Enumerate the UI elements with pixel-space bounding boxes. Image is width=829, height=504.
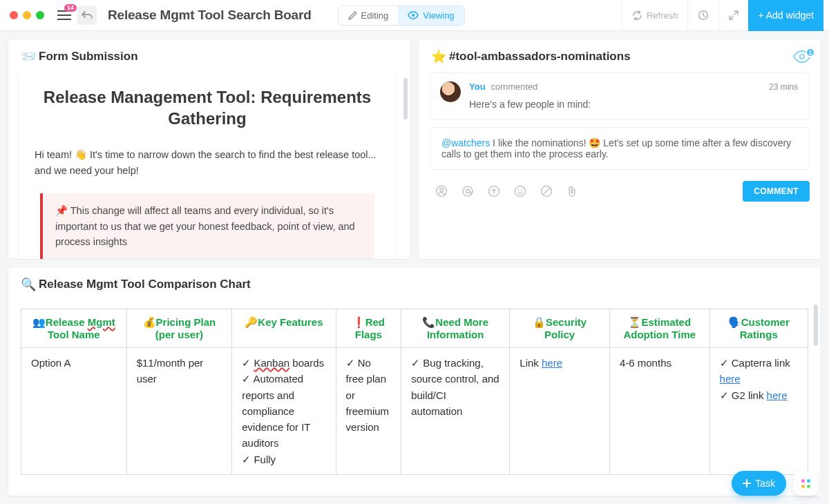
fullscreen-button[interactable] [718, 0, 748, 30]
emoji-icon[interactable] [514, 185, 528, 197]
chat-card-title: #tool-ambassadors-nominations [449, 50, 631, 64]
new-task-label: Task [755, 478, 775, 489]
g2-link[interactable]: here [767, 389, 788, 401]
comment-time: 23 mins [769, 82, 798, 92]
undo-icon [82, 10, 93, 20]
history-button[interactable] [687, 0, 718, 30]
scrollbar[interactable] [814, 304, 818, 346]
col-ratings: 🗣️Customer Ratings [709, 309, 808, 348]
comment-verb: commented [491, 81, 538, 92]
add-widget-label: + Add widget [758, 10, 814, 21]
cell-flags: ✓ No free plan or freemium version [336, 348, 401, 475]
comparison-body[interactable]: 👥Release Mgmt Tool Name 💰Pricing Plan (p… [8, 300, 821, 496]
assign-icon[interactable] [435, 185, 449, 197]
upload-icon[interactable] [488, 185, 502, 197]
plus-icon [743, 479, 751, 487]
watchers-button[interactable]: 1 [793, 50, 811, 63]
refresh-button[interactable]: Refresh [622, 0, 688, 30]
mode-viewing[interactable]: Viewing [398, 6, 464, 25]
workspace: 📨 Form Submission Release Management Too… [0, 31, 829, 504]
comment-item[interactable]: @watchers I like the nominations! 🤩 Let'… [430, 127, 810, 170]
mode-viewing-label: Viewing [423, 10, 454, 21]
window-minimize-dot[interactable] [23, 11, 31, 19]
eye-icon [408, 11, 419, 19]
svg-point-9 [518, 190, 520, 191]
top-bar: 14 Release Mgmt Tool Search Board Editin… [0, 0, 829, 31]
refresh-label: Refresh [647, 10, 678, 21]
menu-button[interactable]: 14 [54, 5, 75, 26]
page-title: Release Mgmt Tool Search Board [108, 8, 312, 23]
window-close-dot[interactable] [10, 11, 18, 19]
star-icon: ⭐️ [431, 49, 446, 64]
col-flags: ❗Red Flags [336, 309, 401, 348]
expand-icon [729, 10, 739, 20]
form-submission-card: 📨 Form Submission Release Management Too… [8, 39, 410, 259]
mode-editing[interactable]: Editing [339, 6, 399, 25]
cell-adoption: 4-6 months [609, 348, 709, 475]
col-security: 🔒Security Policy [510, 309, 610, 348]
col-name: 👥Release Mgmt Tool Name [21, 309, 127, 348]
refresh-icon [632, 10, 642, 21]
magnifier-icon: 🔍 [21, 277, 36, 292]
cell-ratings: ✓ Capterra link here ✓ G2 link here [709, 348, 808, 475]
cell-security: Link here [510, 348, 610, 475]
comparison-table: 👥Release Mgmt Tool Name 💰Pricing Plan (p… [21, 309, 808, 475]
form-card-title: Form Submission [39, 50, 138, 64]
clock-icon [698, 10, 709, 21]
col-pricing: 💰Pricing Plan (per user) [126, 309, 232, 348]
block-icon[interactable] [540, 185, 554, 197]
comment-submit-button[interactable]: COMMENT [743, 181, 810, 202]
nominations-card: ⭐️ #tool-ambassadors-nominations 1 You c… [419, 39, 821, 259]
comment-composer: COMMENT [430, 177, 810, 204]
capterra-link[interactable]: here [720, 373, 741, 385]
svg-point-0 [412, 14, 414, 17]
security-link[interactable]: here [542, 357, 562, 369]
mode-editing-label: Editing [361, 10, 389, 21]
view-mode-toggle: Editing Viewing [338, 6, 465, 26]
inbox-icon: 📨 [21, 49, 36, 64]
apps-icon [801, 479, 810, 488]
watchers-count: 1 [806, 48, 815, 57]
comment-thread: You commented 23 mins Here's a few peopl… [419, 72, 821, 259]
mention-icon[interactable] [461, 185, 475, 197]
add-widget-button[interactable]: + Add widget [748, 0, 823, 31]
document-title: Release Management Tool: Requirements Ga… [35, 86, 380, 129]
col-adoption: ⏳Estimated Adoption Time [609, 309, 709, 348]
comment-body: Here's a few people in mind: [469, 99, 798, 110]
col-info: 📞Need More Information [401, 309, 510, 348]
cell-name: Option A [21, 348, 127, 475]
notification-badge: 14 [64, 4, 77, 12]
avatar [440, 81, 461, 102]
floating-actions: Task [732, 471, 818, 496]
document-intro: Hi team! 👋 It's time to narrow down the … [35, 147, 380, 178]
col-features: 🔑Key Features [232, 309, 336, 348]
svg-point-10 [521, 190, 522, 191]
window-zoom-dot[interactable] [36, 11, 44, 19]
form-card-body[interactable]: Release Management Tool: Requirements Ga… [8, 72, 410, 259]
document-callout: 📌 This change will affect all teams and … [40, 193, 374, 259]
embedded-document: Release Management Tool: Requirements Ga… [19, 72, 395, 259]
svg-point-4 [440, 188, 444, 192]
table-header-row: 👥Release Mgmt Tool Name 💰Pricing Plan (p… [21, 309, 808, 348]
svg-point-2 [800, 55, 804, 59]
pencil-icon [348, 11, 357, 20]
cell-pricing: $11/month per user [126, 348, 232, 475]
table-row[interactable]: Option A $11/month per user ✓ Kanban boa… [21, 348, 808, 475]
comment-meta: You commented 23 mins [469, 81, 798, 92]
comment-body: @watchers I like the nominations! 🤩 Let'… [441, 137, 798, 159]
svg-point-5 [463, 186, 473, 196]
comment-item[interactable]: You commented 23 mins Here's a few peopl… [430, 72, 810, 120]
scrollbar[interactable] [403, 78, 408, 119]
cell-features: ✓ Kanban boards ✓ Automated reports and … [232, 348, 336, 475]
comment-submit-label: COMMENT [754, 186, 799, 196]
attachment-icon[interactable] [566, 185, 580, 197]
new-task-button[interactable]: Task [732, 471, 786, 496]
chat-card-header: ⭐️ #tool-ambassadors-nominations 1 [419, 39, 821, 72]
svg-point-8 [515, 186, 526, 197]
window-traffic-lights [0, 11, 44, 19]
undo-button[interactable] [77, 6, 97, 25]
cell-info: ✓ Bug tracking, source control, and buil… [401, 348, 510, 475]
hamburger-icon [57, 10, 71, 20]
mention[interactable]: @watchers [441, 137, 490, 148]
apps-button[interactable] [793, 471, 818, 496]
